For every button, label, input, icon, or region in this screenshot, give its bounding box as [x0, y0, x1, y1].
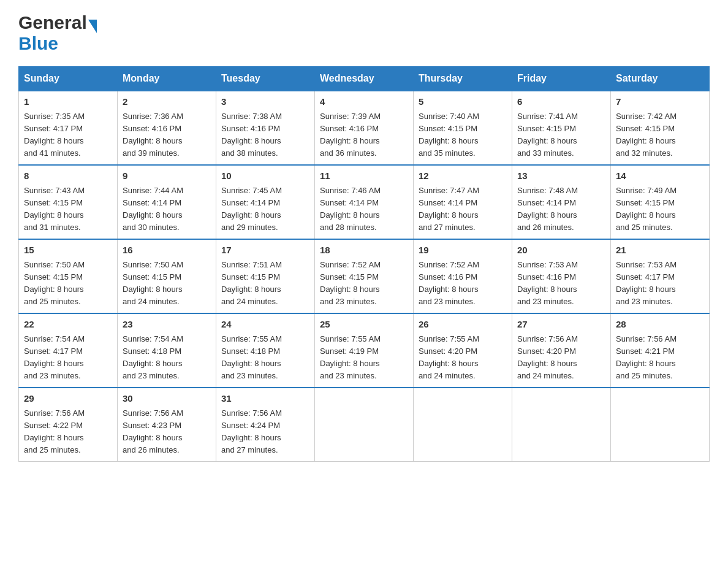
- calendar-cell: 3 Sunrise: 7:38 AMSunset: 4:16 PMDayligh…: [216, 91, 315, 165]
- day-info: Sunrise: 7:53 AMSunset: 4:16 PMDaylight:…: [517, 260, 578, 306]
- day-number: 31: [221, 392, 309, 406]
- calendar-cell: 18 Sunrise: 7:52 AMSunset: 4:15 PMDaylig…: [315, 239, 414, 313]
- logo-blue: Blue: [18, 33, 58, 53]
- calendar-cell: 5 Sunrise: 7:40 AMSunset: 4:15 PMDayligh…: [414, 91, 512, 165]
- day-number: 21: [616, 243, 704, 258]
- day-number: 4: [320, 95, 408, 109]
- day-info: Sunrise: 7:49 AMSunset: 4:15 PMDaylight:…: [616, 186, 677, 232]
- calendar-table: SundayMondayTuesdayWednesdayThursdayFrid…: [18, 66, 710, 462]
- day-info: Sunrise: 7:54 AMSunset: 4:18 PMDaylight:…: [123, 334, 183, 380]
- day-info: Sunrise: 7:41 AMSunset: 4:15 PMDaylight:…: [517, 112, 578, 158]
- day-info: Sunrise: 7:56 AMSunset: 4:24 PMDaylight:…: [221, 408, 282, 454]
- week-row-3: 15 Sunrise: 7:50 AMSunset: 4:15 PMDaylig…: [19, 239, 710, 313]
- week-row-1: 1 Sunrise: 7:35 AMSunset: 4:17 PMDayligh…: [19, 91, 710, 165]
- calendar-cell: 23 Sunrise: 7:54 AMSunset: 4:18 PMDaylig…: [118, 313, 216, 388]
- calendar-header-row: SundayMondayTuesdayWednesdayThursdayFrid…: [19, 67, 710, 91]
- logo-triangle-icon: [88, 20, 97, 33]
- column-header-sunday: Sunday: [19, 67, 118, 91]
- day-info: Sunrise: 7:40 AMSunset: 4:15 PMDaylight:…: [419, 112, 479, 158]
- calendar-cell: 15 Sunrise: 7:50 AMSunset: 4:15 PMDaylig…: [19, 239, 118, 313]
- calendar-cell: 14 Sunrise: 7:49 AMSunset: 4:15 PMDaylig…: [611, 165, 710, 239]
- day-number: 10: [221, 169, 309, 183]
- day-info: Sunrise: 7:50 AMSunset: 4:15 PMDaylight:…: [123, 260, 183, 306]
- day-number: 7: [616, 95, 704, 109]
- day-number: 20: [517, 243, 605, 258]
- day-number: 14: [616, 169, 704, 183]
- day-number: 18: [320, 243, 408, 258]
- calendar-cell: 24 Sunrise: 7:55 AMSunset: 4:18 PMDaylig…: [216, 313, 315, 388]
- week-row-4: 22 Sunrise: 7:54 AMSunset: 4:17 PMDaylig…: [19, 313, 710, 388]
- day-number: 15: [24, 243, 112, 258]
- calendar-cell: 11 Sunrise: 7:46 AMSunset: 4:14 PMDaylig…: [315, 165, 414, 239]
- calendar-cell: 19 Sunrise: 7:52 AMSunset: 4:16 PMDaylig…: [414, 239, 512, 313]
- day-number: 12: [419, 169, 507, 183]
- page-header: General Blue: [18, 12, 710, 54]
- calendar-cell: 4 Sunrise: 7:39 AMSunset: 4:16 PMDayligh…: [315, 91, 414, 165]
- calendar-cell: 6 Sunrise: 7:41 AMSunset: 4:15 PMDayligh…: [512, 91, 611, 165]
- day-number: 6: [517, 95, 605, 109]
- column-header-tuesday: Tuesday: [216, 67, 315, 91]
- day-info: Sunrise: 7:53 AMSunset: 4:17 PMDaylight:…: [616, 260, 677, 306]
- week-row-2: 8 Sunrise: 7:43 AMSunset: 4:15 PMDayligh…: [19, 165, 710, 239]
- calendar-cell: [315, 388, 414, 462]
- day-number: 25: [320, 318, 408, 332]
- calendar-cell: 2 Sunrise: 7:36 AMSunset: 4:16 PMDayligh…: [118, 91, 216, 165]
- calendar-cell: 26 Sunrise: 7:55 AMSunset: 4:20 PMDaylig…: [414, 313, 512, 388]
- calendar-cell: 21 Sunrise: 7:53 AMSunset: 4:17 PMDaylig…: [611, 239, 710, 313]
- calendar-cell: 8 Sunrise: 7:43 AMSunset: 4:15 PMDayligh…: [19, 165, 118, 239]
- calendar-cell: [611, 388, 710, 462]
- day-number: 27: [517, 318, 605, 332]
- day-info: Sunrise: 7:55 AMSunset: 4:19 PMDaylight:…: [320, 334, 381, 380]
- day-number: 22: [24, 318, 112, 332]
- column-header-thursday: Thursday: [414, 67, 512, 91]
- day-info: Sunrise: 7:46 AMSunset: 4:14 PMDaylight:…: [320, 186, 381, 232]
- day-number: 28: [616, 318, 704, 332]
- day-info: Sunrise: 7:52 AMSunset: 4:15 PMDaylight:…: [320, 260, 381, 306]
- day-number: 17: [221, 243, 309, 258]
- day-info: Sunrise: 7:56 AMSunset: 4:23 PMDaylight:…: [123, 408, 183, 454]
- day-number: 3: [221, 95, 309, 109]
- day-info: Sunrise: 7:56 AMSunset: 4:20 PMDaylight:…: [517, 334, 578, 380]
- day-info: Sunrise: 7:55 AMSunset: 4:18 PMDaylight:…: [221, 334, 282, 380]
- day-info: Sunrise: 7:39 AMSunset: 4:16 PMDaylight:…: [320, 112, 381, 158]
- day-number: 23: [123, 318, 211, 332]
- calendar-cell: [414, 388, 512, 462]
- calendar-cell: 13 Sunrise: 7:48 AMSunset: 4:14 PMDaylig…: [512, 165, 611, 239]
- day-number: 24: [221, 318, 309, 332]
- day-info: Sunrise: 7:45 AMSunset: 4:14 PMDaylight:…: [221, 186, 282, 232]
- column-header-friday: Friday: [512, 67, 611, 91]
- calendar-cell: 9 Sunrise: 7:44 AMSunset: 4:14 PMDayligh…: [118, 165, 216, 239]
- calendar-cell: 10 Sunrise: 7:45 AMSunset: 4:14 PMDaylig…: [216, 165, 315, 239]
- day-info: Sunrise: 7:38 AMSunset: 4:16 PMDaylight:…: [221, 112, 282, 158]
- column-header-wednesday: Wednesday: [315, 67, 414, 91]
- day-number: 11: [320, 169, 408, 183]
- day-info: Sunrise: 7:50 AMSunset: 4:15 PMDaylight:…: [24, 260, 85, 306]
- week-row-5: 29 Sunrise: 7:56 AMSunset: 4:22 PMDaylig…: [19, 388, 710, 462]
- day-number: 8: [24, 169, 112, 183]
- day-number: 19: [419, 243, 507, 258]
- calendar-cell: 25 Sunrise: 7:55 AMSunset: 4:19 PMDaylig…: [315, 313, 414, 388]
- day-info: Sunrise: 7:56 AMSunset: 4:22 PMDaylight:…: [24, 408, 85, 454]
- logo: General Blue: [18, 12, 97, 54]
- calendar-cell: 12 Sunrise: 7:47 AMSunset: 4:14 PMDaylig…: [414, 165, 512, 239]
- day-info: Sunrise: 7:51 AMSunset: 4:15 PMDaylight:…: [221, 260, 282, 306]
- calendar-cell: [512, 388, 611, 462]
- day-number: 26: [419, 318, 507, 332]
- day-number: 1: [24, 95, 112, 109]
- calendar-cell: 17 Sunrise: 7:51 AMSunset: 4:15 PMDaylig…: [216, 239, 315, 313]
- day-number: 16: [123, 243, 211, 258]
- day-info: Sunrise: 7:54 AMSunset: 4:17 PMDaylight:…: [24, 334, 85, 380]
- calendar-cell: 22 Sunrise: 7:54 AMSunset: 4:17 PMDaylig…: [19, 313, 118, 388]
- day-info: Sunrise: 7:47 AMSunset: 4:14 PMDaylight:…: [419, 186, 479, 232]
- column-header-monday: Monday: [118, 67, 216, 91]
- day-info: Sunrise: 7:36 AMSunset: 4:16 PMDaylight:…: [123, 112, 183, 158]
- day-info: Sunrise: 7:56 AMSunset: 4:21 PMDaylight:…: [616, 334, 677, 380]
- calendar-cell: 31 Sunrise: 7:56 AMSunset: 4:24 PMDaylig…: [216, 388, 315, 462]
- day-number: 30: [123, 392, 211, 406]
- day-info: Sunrise: 7:52 AMSunset: 4:16 PMDaylight:…: [419, 260, 479, 306]
- day-number: 5: [419, 95, 507, 109]
- day-number: 13: [517, 169, 605, 183]
- day-info: Sunrise: 7:35 AMSunset: 4:17 PMDaylight:…: [24, 112, 85, 158]
- column-header-saturday: Saturday: [611, 67, 710, 91]
- logo-general: General: [18, 12, 87, 33]
